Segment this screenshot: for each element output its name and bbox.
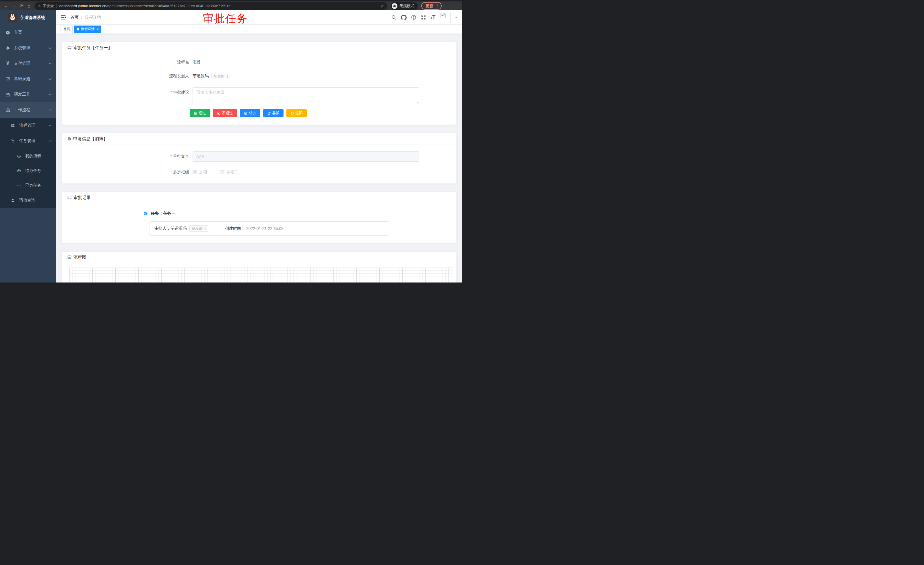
- monitor-icon: [5, 77, 10, 81]
- breadcrumb-current: 流程详情: [85, 15, 101, 20]
- sidebar-item-devtools[interactable]: 研发工具: [0, 87, 56, 102]
- sidebar-item-done-tasks[interactable]: 已办任务: [0, 178, 56, 192]
- yen-icon: ¥: [5, 60, 10, 66]
- breadcrumb-home[interactable]: 首页: [70, 15, 79, 20]
- picture-icon: [67, 195, 72, 200]
- font-size-icon[interactable]: TT: [430, 14, 436, 20]
- back-icon[interactable]: ←: [3, 3, 10, 9]
- not-secure-icon[interactable]: ⚠: [38, 4, 41, 8]
- required-asterisk: *: [171, 170, 172, 174]
- forward-icon[interactable]: →: [10, 3, 18, 9]
- search-icon[interactable]: [391, 15, 397, 20]
- sidebar-menu: 首页 系统管理 ¥ 支付管理: [0, 25, 56, 208]
- document-icon: [67, 136, 72, 141]
- app-logo[interactable]: 芋道管理系统: [0, 11, 56, 25]
- form-row-process-name: 流程名 滔博: [138, 60, 456, 65]
- tab-home[interactable]: 首页: [60, 26, 73, 33]
- checkbox-option-2: 选项二: [220, 170, 238, 175]
- process-name-value: 滔博: [192, 60, 201, 65]
- chevron-down-icon: [48, 78, 52, 80]
- sidebar-toggle-icon[interactable]: [60, 15, 66, 20]
- divider: [57, 4, 57, 8]
- sidebar-item-workflow[interactable]: 工作流程: [0, 102, 56, 118]
- approve-button[interactable]: 通过: [190, 109, 210, 117]
- tab-process-detail[interactable]: 流程详情 ×: [74, 26, 101, 33]
- form-row-text: *单行文本 AAA: [138, 151, 456, 162]
- bpmn-canvas[interactable]: [69, 267, 453, 282]
- checkbox-group: 选项一 选项二: [192, 170, 238, 175]
- fullscreen-icon[interactable]: [421, 15, 426, 20]
- address-bar[interactable]: ⚠ 不安全 dashboard.yudao.iocoder.cn/bpm/pro…: [34, 2, 387, 10]
- workflow-submenu: 流程管理 任务管理 我的流程: [0, 118, 56, 208]
- card-title: 审批记录: [62, 192, 456, 203]
- picture-icon: [67, 45, 72, 50]
- incognito-icon: [392, 3, 398, 9]
- chevron-down-icon: [48, 93, 52, 96]
- delegate-button[interactable]: 委派: [263, 109, 284, 117]
- checkbox-unchecked-icon: [220, 170, 224, 174]
- dashboard-icon: [5, 30, 10, 35]
- logo-image: [8, 13, 17, 22]
- approval-record-card: 审批记录 任务：任务一 审批人： 芋道源码 研发部门: [62, 192, 456, 243]
- task-title: 任务：任务一: [151, 211, 176, 216]
- resize-handle[interactable]: [416, 100, 418, 103]
- single-line-text-input: AAA: [192, 151, 419, 162]
- sidebar-item-task-mgmt[interactable]: 任务管理: [0, 133, 56, 149]
- toolbox-icon: [5, 92, 10, 97]
- approval-task-card: 审批任务【任务一】 流程名 滔博 流程发起人 芋道源码 研发部门: [62, 42, 456, 125]
- sidebar-item-leave-query[interactable]: 请假查询: [0, 192, 56, 208]
- eye-icon: [16, 168, 21, 173]
- chevron-down-icon: [48, 47, 52, 49]
- sidebar-item-my-process[interactable]: 我的流程: [0, 149, 56, 163]
- breadcrumb-separator: /: [81, 15, 82, 20]
- github-icon[interactable]: [401, 15, 406, 20]
- sidebar-item-process-mgmt[interactable]: 流程管理: [0, 118, 56, 133]
- chevron-down-icon[interactable]: ▾: [455, 15, 457, 19]
- eye-closed-icon: [16, 183, 21, 188]
- home-icon[interactable]: ⌂: [25, 3, 33, 9]
- approver-value: 芋道源码: [171, 226, 186, 231]
- chevron-down-icon: [48, 125, 52, 126]
- initiator-value: 芋道源码: [192, 74, 208, 79]
- edit-icon: [194, 111, 197, 115]
- required-asterisk: *: [171, 90, 172, 95]
- suggestion-textarea[interactable]: 请输入审批建议: [192, 87, 419, 104]
- url-text: dashboard.yudao.iocoder.cn/bpm/process-i…: [59, 4, 230, 8]
- tree-icon: [10, 139, 15, 143]
- sidebar-item-system[interactable]: 系统管理: [0, 40, 56, 56]
- chevron-up-icon: [48, 140, 52, 142]
- return-button[interactable]: 退回: [286, 109, 307, 117]
- avatar[interactable]: [440, 12, 451, 23]
- browser-menu-icon[interactable]: ⋮: [435, 4, 439, 8]
- navbar-actions: TT ▾: [391, 12, 457, 23]
- dept-tag: 研发部门: [189, 225, 208, 232]
- active-dot-icon: [77, 28, 79, 30]
- rotate-left-icon: [290, 111, 294, 115]
- sidebar-item-infrastructure[interactable]: 基础设施: [0, 71, 56, 87]
- sidebar-item-todo-tasks[interactable]: 待办任务: [0, 163, 56, 178]
- broken-image-icon: [441, 13, 446, 18]
- timeline-item: 任务：任务一: [144, 211, 456, 216]
- approver-label: 审批人：: [154, 226, 171, 231]
- card-title: 流程图: [62, 252, 456, 263]
- navbar: 首页 / 流程详情 审批任务: [56, 11, 462, 25]
- main-area: 首页 / 流程详情 审批任务: [56, 11, 462, 282]
- update-button[interactable]: 更新 ⋮: [421, 2, 442, 10]
- sidebar: 芋道管理系统 首页 系统管理 ¥: [0, 11, 56, 282]
- close-icon[interactable]: ×: [97, 27, 99, 31]
- sidebar-item-home[interactable]: 首页: [0, 25, 56, 40]
- annotation-text: 审批任务: [203, 12, 248, 26]
- help-icon[interactable]: [411, 15, 416, 20]
- browser-toolbar: ← → ⟳ ⌂ ⚠ 不安全 dashboard.yudao.iocoder.cn…: [0, 2, 462, 11]
- card-title: 审批任务【任务一】: [62, 42, 456, 53]
- picture-icon: [67, 255, 72, 260]
- bookmark-star-icon[interactable]: ☆: [380, 4, 384, 8]
- gear-icon: [5, 46, 10, 51]
- sidebar-item-payment[interactable]: ¥ 支付管理: [0, 56, 56, 71]
- reject-button[interactable]: 不通过: [213, 109, 237, 117]
- incognito-badge: 无痕模式: [391, 2, 418, 10]
- form-row-suggestion: *审批建议 请输入审批建议: [138, 87, 456, 104]
- reload-icon[interactable]: ⟳: [18, 3, 25, 9]
- transfer-button[interactable]: 转办: [240, 109, 260, 117]
- create-time-label: 创建时间：: [225, 226, 245, 231]
